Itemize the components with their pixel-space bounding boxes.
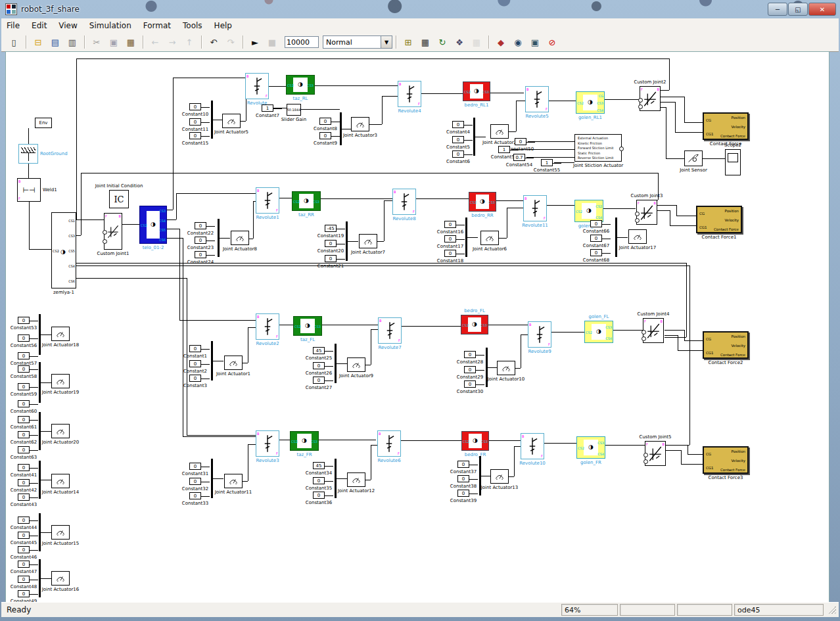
block-c47[interactable]: 0 — [18, 561, 30, 568]
block-mux6[interactable] — [465, 218, 467, 257]
block-custom-joint4[interactable]: BF — [643, 318, 664, 343]
block-mux11[interactable] — [211, 459, 213, 498]
block-ja20[interactable] — [51, 424, 70, 438]
disable-links-icon[interactable]: ⊘ — [544, 34, 560, 50]
block-c51[interactable]: 1 — [498, 146, 510, 153]
block-golen-rl1[interactable]: ◑CGCS3CS4CS2 — [576, 91, 605, 114]
block-c27[interactable]: 0 — [313, 377, 325, 384]
block-c39[interactable]: 0 — [457, 490, 469, 497]
block-joint-stiction-actuator[interactable]: External ActuationKinetic FrictionForwar… — [574, 134, 622, 162]
block-c60[interactable]: 0 — [18, 400, 30, 407]
block-muxL2[interactable] — [39, 362, 41, 403]
block-revolute4[interactable]: BF — [398, 81, 421, 107]
block-c41[interactable]: 0 — [18, 464, 30, 471]
block-c35[interactable]: 0 — [313, 477, 325, 484]
block-c57[interactable]: 0 — [18, 352, 30, 359]
block-c28[interactable]: 0 — [464, 351, 476, 358]
block-mux9[interactable] — [335, 344, 337, 383]
block-c17[interactable]: 0 — [444, 235, 456, 242]
block-c26[interactable]: 0 — [313, 362, 325, 369]
block-ja10[interactable] — [497, 361, 515, 375]
block-c31[interactable]: 0 — [189, 463, 201, 470]
block-c44[interactable]: 0 — [18, 517, 30, 524]
block-joint-ic[interactable]: IC — [109, 190, 129, 208]
update-diagram-icon[interactable]: ↻ — [434, 34, 450, 50]
block-c61[interactable]: 0 — [18, 416, 30, 423]
block-c9[interactable]: 0 — [319, 132, 331, 139]
block-c53[interactable]: 0 — [18, 317, 30, 324]
block-ja13[interactable] — [490, 469, 509, 484]
block-c68[interactable]: 0 — [590, 249, 602, 256]
block-c21[interactable]: 0 — [325, 255, 337, 262]
block-ja12[interactable] — [347, 472, 365, 487]
block-custom-joint3[interactable]: BF — [636, 200, 657, 225]
block-contact-force1[interactable]: CGCG1PositionVelocityContact Force — [696, 206, 742, 233]
open-icon[interactable]: ⊟ — [30, 34, 46, 50]
block-taz-fl[interactable]: ◑CS3CS2 — [293, 316, 322, 336]
block-ja7[interactable] — [359, 234, 377, 248]
block-c19[interactable]: -45 — [325, 225, 337, 232]
new-icon[interactable]: ▯ — [6, 34, 22, 50]
block-revolute10[interactable]: BF — [521, 433, 544, 459]
block-ja8[interactable] — [231, 231, 249, 245]
block-c18[interactable]: 0 — [444, 250, 456, 257]
block-ja16[interactable] — [51, 571, 70, 586]
block-ja9[interactable] — [347, 357, 365, 372]
model-browser-icon[interactable]: ▦ — [417, 34, 433, 50]
block-c8[interactable]: 0 — [319, 118, 331, 125]
block-zemlya-1[interactable]: ◑CS1CS3CS5CS4CS6CS2 — [51, 212, 76, 288]
menu-help[interactable]: Help — [214, 21, 232, 30]
block-ja15[interactable] — [51, 525, 70, 540]
block-c7[interactable]: 1 — [262, 104, 273, 112]
block-c48[interactable]: 0 — [18, 576, 30, 583]
block-slider-gain[interactable]: 50.1844 — [287, 104, 301, 116]
block-c4[interactable]: 0 — [452, 121, 464, 128]
menu-simulation[interactable]: Simulation — [89, 21, 131, 30]
block-bedro-rl1[interactable]: ◑CS3CS2 — [463, 81, 490, 101]
debug-icon[interactable]: ◆ — [493, 34, 509, 50]
block-joint-sensor[interactable] — [684, 150, 703, 166]
sim-time-input[interactable] — [285, 36, 319, 48]
block-c3[interactable]: 0 — [189, 375, 201, 382]
block-custom-joint1[interactable]: BF — [104, 213, 122, 250]
library-browser-icon[interactable]: ⊞ — [400, 34, 416, 50]
resize-grip[interactable] — [828, 606, 836, 614]
block-c6[interactable]: 0 — [452, 150, 464, 158]
block-c34[interactable]: 45 — [313, 462, 325, 469]
block-c38[interactable]: 0 — [457, 475, 469, 482]
block-c36[interactable]: 0 — [313, 492, 325, 499]
block-ja1[interactable] — [224, 356, 243, 370]
block-mux5[interactable] — [346, 221, 348, 261]
block-c54[interactable]: 0.7 — [513, 154, 525, 161]
block-revolute11[interactable]: BF — [523, 195, 547, 221]
block-muxL5[interactable] — [39, 513, 41, 551]
block-c67[interactable]: 0 — [590, 235, 602, 242]
save-icon[interactable]: ▤ — [47, 34, 63, 50]
block-c2[interactable]: 0 — [189, 360, 201, 367]
block-rootground[interactable] — [18, 144, 38, 164]
block-weld1[interactable]: ⊢⊣BF — [17, 178, 41, 202]
block-c5[interactable]: 0 — [452, 136, 464, 143]
chevron-down-icon[interactable]: ▼ — [381, 36, 392, 48]
block-muxL6[interactable] — [39, 559, 41, 597]
block-ja6[interactable] — [480, 231, 499, 245]
block-c16[interactable]: 0 — [444, 221, 456, 228]
block-c37[interactable]: 0 — [457, 461, 469, 468]
build-icon[interactable]: ❖ — [452, 34, 467, 50]
block-ja18[interactable] — [51, 327, 70, 341]
block-muxL4[interactable] — [39, 461, 41, 499]
block-mux7[interactable] — [615, 218, 617, 257]
model-explorer-icon[interactable]: ▣ — [527, 34, 543, 50]
block-bedro-fr[interactable]: ◑CS3CS2 — [461, 431, 489, 451]
block-mux2[interactable] — [340, 112, 342, 145]
menu-edit[interactable]: Edit — [32, 21, 47, 30]
block-c23[interactable]: 0 — [195, 237, 206, 244]
block-muxL3[interactable] — [39, 412, 41, 450]
block-c62[interactable]: 0 — [18, 431, 30, 438]
block-revolute2[interactable]: BF — [256, 313, 279, 340]
block-c30[interactable]: 0 — [464, 380, 476, 388]
block-c43[interactable]: 0 — [18, 494, 30, 501]
block-golen-fr[interactable]: ◑CS3CS4CS2 — [576, 436, 605, 459]
block-taz-rr[interactable]: ◑CS3CS2 — [292, 191, 321, 211]
menu-tools[interactable]: Tools — [183, 21, 202, 30]
